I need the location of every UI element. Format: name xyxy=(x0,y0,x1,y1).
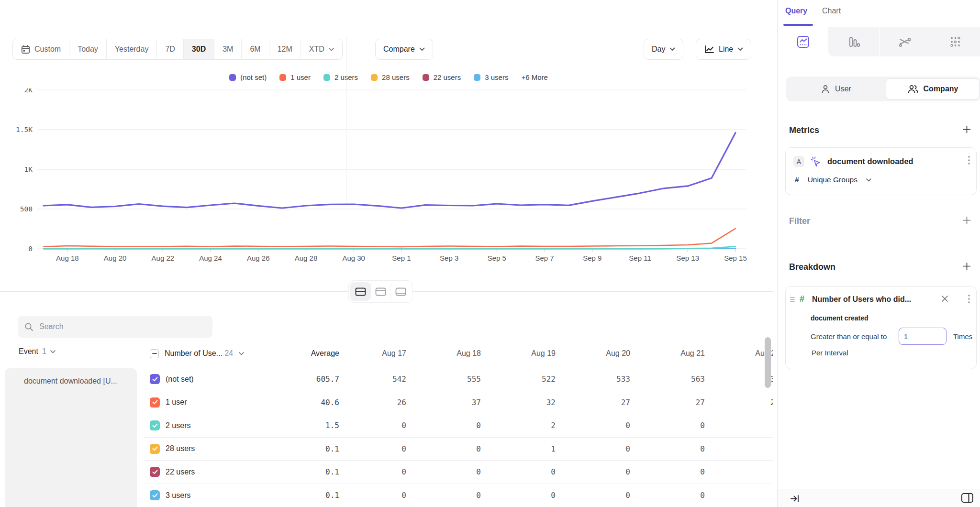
layout-table-only-button[interactable] xyxy=(390,282,411,301)
cell-value: 32 xyxy=(495,398,570,407)
cell-value: 0 xyxy=(421,491,495,500)
toggle-sidebar-button[interactable] xyxy=(961,492,974,506)
cell-value: 0 xyxy=(645,467,719,476)
metric-card[interactable]: A document downloaded # Unique Groups xyxy=(785,147,977,195)
usage-line-chart[interactable]: 05001K1.5K2KAug 18Aug 20Aug 22Aug 24Aug … xyxy=(0,88,777,269)
layout-chart-only-button[interactable] xyxy=(370,282,390,301)
table-row[interactable]: (not set)605.7542555522533563535 xyxy=(144,368,773,391)
condition-value-input[interactable] xyxy=(899,328,947,345)
cell-value: 0 xyxy=(570,467,645,476)
date-column-header: Aug 21 xyxy=(645,349,719,358)
legend-item[interactable]: 22 users xyxy=(423,73,461,81)
legend-item[interactable]: 3 users xyxy=(474,73,508,81)
person-icon xyxy=(821,84,830,94)
cell-value: 542 xyxy=(346,375,421,384)
event-header-label: Event xyxy=(19,347,38,356)
series-label: 2 users xyxy=(166,421,190,430)
series-checkbox[interactable] xyxy=(150,374,160,384)
date-column-header: Aug 17 xyxy=(346,349,421,358)
svg-text:1.5K: 1.5K xyxy=(16,126,33,133)
interval-dropdown[interactable]: Day xyxy=(644,39,683,60)
select-all-checkbox[interactable] xyxy=(150,349,159,358)
layout-split-button[interactable] xyxy=(350,282,370,301)
search-input[interactable] xyxy=(39,322,197,331)
search-box[interactable] xyxy=(18,316,212,338)
audience-company-option[interactable]: Company xyxy=(886,78,980,99)
range-button-custom[interactable]: Custom xyxy=(13,39,69,59)
chart-type-dropdown[interactable]: Line xyxy=(696,39,751,60)
legend-item[interactable]: (not set) xyxy=(229,73,267,81)
range-button-today[interactable]: Today xyxy=(69,39,106,59)
cell-value: 0 xyxy=(346,491,421,500)
chevron-down-icon xyxy=(866,178,871,182)
segment-bar-chart[interactable] xyxy=(828,27,879,56)
chevron-down-icon xyxy=(669,47,675,51)
date-column-header: Aug 18 xyxy=(421,349,495,358)
chevron-down-icon xyxy=(329,48,334,51)
table-row[interactable]: 2 users1.5002000 xyxy=(144,414,773,438)
remove-breakdown-button[interactable] xyxy=(941,295,948,304)
series-label: 28 users xyxy=(166,444,195,453)
hash-icon: # xyxy=(795,176,799,184)
breakdown-title: Number of Users who did... xyxy=(812,295,911,304)
series-checkbox[interactable] xyxy=(150,420,160,430)
cell-value: 0 xyxy=(570,444,645,453)
collapse-panel-button[interactable] xyxy=(790,494,800,506)
range-button-7d[interactable]: 7D xyxy=(156,39,183,59)
tab-query[interactable]: Query xyxy=(785,7,807,15)
series-label: 22 users xyxy=(166,468,195,476)
legend-item[interactable]: 28 users xyxy=(371,73,410,81)
cell-value: 26 xyxy=(346,398,421,407)
segment-line-chart[interactable] xyxy=(778,27,828,56)
range-button-xtd[interactable]: XTD xyxy=(301,39,342,59)
chart-legend: (not set)1 user2 users28 users22 users3 … xyxy=(0,73,777,81)
svg-text:500: 500 xyxy=(20,205,33,213)
add-filter-button[interactable] xyxy=(961,214,972,226)
event-column-header[interactable]: Event 1 xyxy=(19,347,56,356)
segment-flow-chart[interactable] xyxy=(879,27,930,56)
plus-icon xyxy=(963,216,971,224)
series-checkbox[interactable] xyxy=(150,490,160,500)
segment-matrix-chart[interactable] xyxy=(930,27,980,56)
grid-dots-icon xyxy=(949,35,962,48)
audience-user-option[interactable]: User xyxy=(786,77,886,101)
range-button-yesterday[interactable]: Yesterday xyxy=(106,39,157,59)
breakdown-card[interactable]: # Number of Users who did... document cr… xyxy=(785,286,977,369)
drag-handle-icon[interactable] xyxy=(790,296,795,303)
compare-label: Compare xyxy=(383,45,415,54)
add-breakdown-button[interactable] xyxy=(961,260,972,272)
frozen-column-divider xyxy=(346,36,346,203)
audience-toggle: User Company xyxy=(786,77,980,101)
split-view-icon xyxy=(355,287,366,296)
tab-chart[interactable]: Chart xyxy=(822,7,841,15)
top-panel-icon xyxy=(375,287,386,296)
table-row[interactable]: 22 users0.1000000 xyxy=(144,461,773,484)
cell-value: 0 xyxy=(570,491,645,500)
breakdown-column-header[interactable]: Number of Use... 24 xyxy=(144,349,266,358)
table-row[interactable]: 3 users0.1000000 xyxy=(144,484,773,507)
table-row[interactable]: 28 users0.1001000 xyxy=(144,438,773,461)
bar-chart-icon xyxy=(847,35,860,48)
cell-value: 0 xyxy=(346,421,421,430)
active-tab-underline xyxy=(783,24,813,26)
breakdown-options-kebab-icon[interactable] xyxy=(968,294,970,306)
legend-more[interactable]: +6 More xyxy=(521,73,547,81)
compare-button[interactable]: Compare xyxy=(375,39,433,60)
series-checkbox[interactable] xyxy=(150,467,160,477)
range-button-3m[interactable]: 3M xyxy=(214,39,241,59)
legend-item[interactable]: 2 users xyxy=(323,73,358,81)
series-checkbox[interactable] xyxy=(150,444,160,454)
metric-options-kebab-icon[interactable] xyxy=(968,155,970,167)
metric-measure-dropdown[interactable]: # Unique Groups xyxy=(795,176,871,184)
add-metric-button[interactable] xyxy=(961,123,972,135)
range-button-6m[interactable]: 6M xyxy=(241,39,268,59)
cell-value: 563 xyxy=(645,375,719,384)
range-button-12m[interactable]: 12M xyxy=(269,39,301,59)
query-panel: Query Chart xyxy=(777,0,980,507)
range-button-30d[interactable]: 30D xyxy=(183,39,214,59)
table-row[interactable]: 1 user40.6263732272728 xyxy=(144,391,773,415)
table-vertical-scrollbar[interactable] xyxy=(765,337,771,388)
legend-item[interactable]: 1 user xyxy=(279,73,311,81)
series-checkbox[interactable] xyxy=(150,397,160,408)
svg-text:Sep 3: Sep 3 xyxy=(440,254,458,262)
